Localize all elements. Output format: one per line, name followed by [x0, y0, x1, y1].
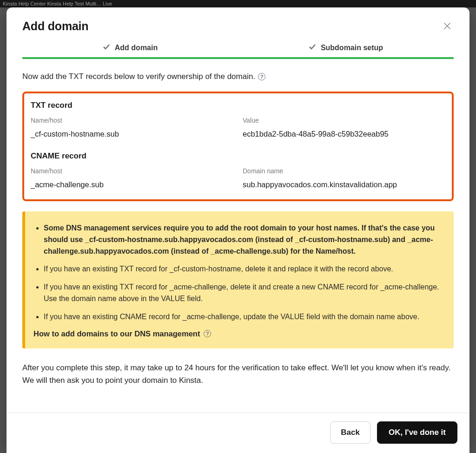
- txt-value-label: Value: [243, 117, 445, 124]
- step-label: Subdomain setup: [321, 44, 383, 52]
- check-icon: [103, 43, 110, 53]
- help-icon: ?: [204, 330, 211, 337]
- stepper: Add domain Subdomain setup: [22, 43, 454, 59]
- txt-record-row: Name/host _cf-custom-hostname.sub Value …: [31, 117, 445, 138]
- txt-value-value: ecb1bda2-5dba-48a5-99a8-c59b32eeab95: [243, 130, 445, 138]
- notice-item-bold: Some DNS management services require you…: [44, 223, 442, 257]
- dns-records-box: TXT record Name/host _cf-custom-hostname…: [22, 92, 454, 201]
- intro-text: Now add the TXT records below to verify …: [22, 72, 454, 81]
- after-text: After you complete this step, it may tak…: [22, 361, 454, 400]
- how-to-add-domains-link[interactable]: How to add domains to our DNS management…: [30, 329, 442, 338]
- step-add-domain[interactable]: Add domain: [22, 43, 238, 59]
- modal-title: Add domain: [22, 20, 88, 33]
- txt-name-label: Name/host: [31, 117, 233, 124]
- modal-footer: Back OK, I've done it: [7, 413, 469, 453]
- browser-tab-bar: Kinsta Help Center Kinsta Help Test Mult…: [0, 0, 476, 7]
- txt-name-value: _cf-custom-hostname.sub: [31, 130, 233, 138]
- step-label: Add domain: [115, 44, 158, 52]
- notice-text: _cf-custom-hostname.sub.happyavocados.co…: [85, 236, 253, 243]
- step-subdomain-setup[interactable]: Subdomain setup: [238, 43, 454, 59]
- cname-value-value: sub.happyavocados.com.kinstavalidation.a…: [243, 180, 445, 189]
- txt-record-title: TXT record: [31, 101, 445, 110]
- cname-record-title: CNAME record: [31, 151, 445, 161]
- close-button[interactable]: [441, 20, 454, 33]
- close-icon: [444, 21, 450, 32]
- cname-record-row: Name/host _acme-challenge.sub Domain nam…: [31, 167, 445, 189]
- modal-content: Add domain Subdomain setup Now add the T…: [7, 43, 469, 413]
- cname-name-value: _acme-challenge.sub: [31, 180, 233, 189]
- notice-link-label: How to add domains to our DNS management: [33, 329, 200, 338]
- back-button[interactable]: Back: [330, 421, 370, 444]
- notice-item: If you have an existing TXT record for _…: [44, 282, 442, 305]
- notice-item: If you have an existing TXT record for _…: [44, 263, 442, 275]
- help-icon[interactable]: ?: [258, 73, 265, 80]
- intro-text-label: Now add the TXT records below to verify …: [22, 72, 255, 81]
- modal-header: Add domain: [7, 7, 469, 43]
- add-domain-modal: Add domain Add domain Subdomain setup: [7, 7, 469, 453]
- check-icon: [309, 43, 316, 53]
- notice-text: (instead of _acme-challenge.sub) for the…: [169, 247, 356, 255]
- notice-item: If you have an existing CNAME record for…: [44, 311, 442, 323]
- notice-box: Some DNS management services require you…: [22, 211, 454, 348]
- cname-name-label: Name/host: [31, 167, 233, 175]
- notice-text: (instead of _cf-custom-hostname.sub) and: [253, 236, 408, 243]
- ok-done-button[interactable]: OK, I've done it: [377, 421, 457, 444]
- cname-value-label: Domain name: [243, 167, 445, 175]
